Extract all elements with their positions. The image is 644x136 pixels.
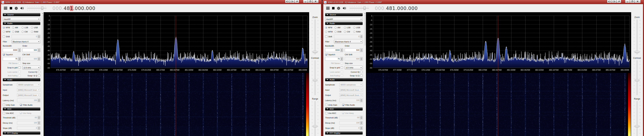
titlebar[interactable]: SDR# v1.0.0.1328 - IQ Imbalance: Gain = … — [323, 0, 643, 4]
spinner[interactable] — [360, 35, 362, 38]
source-panel-header[interactable]: Source — [325, 13, 363, 16]
spin-up-icon[interactable] — [38, 48, 40, 50]
scroll-up-icon[interactable] — [364, 13, 366, 14]
contrast-slider-thumb[interactable] — [635, 79, 639, 81]
scrollbar-thumb[interactable] — [42, 14, 43, 45]
radio-panel-header[interactable]: Radio — [325, 22, 363, 25]
spin-down-icon[interactable] — [38, 37, 40, 38]
maximize-button[interactable] — [308, 0, 312, 3]
agc-threshold-input[interactable]: -50 — [340, 116, 363, 119]
mode-radio[interactable]: NFM — [325, 27, 334, 29]
fm-stereo-checkbox[interactable]: FM Stereo — [331, 62, 343, 64]
snap-to-grid-checkbox[interactable]: Snap to grid — [330, 66, 343, 69]
spinner[interactable] — [360, 57, 362, 60]
mode-radio[interactable]: AM — [334, 27, 344, 29]
spin-up-icon[interactable] — [38, 57, 40, 59]
step-size-select[interactable]: 12.5 kHz — [345, 66, 363, 70]
volume-thumb[interactable] — [364, 7, 366, 10]
mode-radio[interactable]: CW — [22, 31, 31, 33]
stop-button[interactable] — [10, 7, 12, 10]
bandwidth-input[interactable]: 8000 — [325, 48, 343, 52]
mode-radio[interactable]: AM — [12, 27, 22, 29]
squelch-input[interactable]: 75 — [3, 57, 21, 61]
stop-button[interactable] — [332, 7, 334, 10]
agc-threshold-input[interactable]: -50 — [17, 116, 40, 119]
spinner[interactable] — [360, 48, 362, 52]
spinner[interactable] — [340, 57, 343, 60]
scroll-up-icon[interactable] — [42, 13, 43, 14]
settings-button[interactable] — [14, 7, 18, 10]
contrast-slider-thumb[interactable] — [313, 79, 317, 81]
unity-gain-checkbox[interactable]: Unity Gain — [325, 104, 337, 106]
titlebar[interactable]: SDR# v1.0.0.1328 - IQ Imbalance: Gain = … — [1, 0, 321, 4]
filter-select[interactable]: Blackman-Harris 4 — [334, 40, 363, 43]
audio-input-select[interactable]: [MME] Microsoft Soun — [17, 88, 40, 92]
spin-up-icon[interactable] — [360, 99, 362, 100]
close-button[interactable] — [634, 0, 641, 3]
audio-panel-header[interactable]: Audio — [325, 78, 363, 81]
frequency-display[interactable]: 000.481.000.000 — [52, 6, 96, 11]
mode-radio[interactable]: CW — [344, 31, 353, 33]
slider-track[interactable] — [637, 60, 638, 95]
menu-button[interactable] — [4, 7, 7, 10]
frequency-display[interactable]: 000.481.000.000 — [375, 6, 418, 11]
source-device-select[interactable]: HackRF — [325, 17, 363, 21]
snap-to-grid-checkbox[interactable]: Snap to grid — [7, 66, 21, 69]
move-to-next-monitor-button[interactable] — [290, 0, 294, 3]
spinner[interactable] — [340, 48, 343, 52]
mode-radio[interactable]: RAW — [31, 31, 40, 33]
zoom-slider[interactable] — [633, 20, 641, 54]
range-slider-thumb[interactable] — [313, 125, 317, 127]
filter-audio-checkbox[interactable]: Filter Audio — [20, 104, 32, 106]
audio-output-select[interactable]: [MME] Microsoft Soun — [340, 93, 363, 97]
spin-down-icon[interactable] — [18, 59, 20, 61]
waterfall-canvas[interactable] — [367, 73, 627, 136]
mode-radio[interactable]: DSB — [334, 31, 344, 33]
audio-output-select[interactable]: [MME] Microsoft Soun — [17, 93, 40, 97]
source-panel-header[interactable]: Source — [3, 13, 40, 16]
fft-display-panel-header[interactable]: FFT Display — [325, 131, 363, 134]
spinner[interactable] — [38, 57, 40, 60]
spin-up-icon[interactable] — [18, 57, 20, 59]
spin-up-icon[interactable] — [340, 57, 343, 59]
mode-radio[interactable]: NFM — [3, 27, 12, 29]
use-hang-checkbox[interactable]: Use Hang — [342, 112, 354, 114]
spin-up-icon[interactable] — [360, 126, 362, 128]
sidebar-scrollbar[interactable] — [41, 12, 44, 136]
samplerate-select[interactable]: 48000 sample/sec — [17, 83, 40, 87]
squelch-checkbox[interactable]: Squelch — [325, 53, 335, 56]
spinner[interactable] — [360, 116, 362, 119]
waterfall-canvas[interactable] — [44, 73, 305, 136]
radio-panel-header[interactable]: Radio — [3, 22, 40, 25]
spinner[interactable] — [38, 48, 40, 52]
spectrum-canvas[interactable] — [367, 13, 631, 72]
swap-iq-checkbox[interactable]: Swap I & Q — [350, 75, 363, 77]
agc-decay-input[interactable]: 100 — [340, 121, 363, 125]
filter-select[interactable]: Blackman-Harris 4 — [12, 40, 40, 43]
spin-down-icon[interactable] — [360, 50, 362, 52]
minimize-button[interactable] — [625, 0, 630, 3]
source-device-select[interactable]: HackRF — [3, 17, 40, 21]
spin-down-icon[interactable] — [360, 123, 362, 125]
scrollbar-thumb[interactable] — [364, 14, 366, 45]
spin-up-icon[interactable] — [38, 121, 40, 123]
mode-radio[interactable]: USB — [31, 27, 40, 29]
spin-up-icon[interactable] — [18, 48, 20, 50]
bandwidth-input[interactable]: 8000 — [3, 48, 21, 52]
step-size-select[interactable]: 12.5 kHz — [22, 66, 40, 70]
zoom-slider-thumb[interactable] — [635, 51, 639, 53]
mode-radio[interactable]: WFM — [325, 31, 334, 33]
spin-up-icon[interactable] — [38, 116, 40, 118]
shift-input[interactable]: 0 — [334, 35, 363, 38]
spin-down-icon[interactable] — [38, 59, 40, 61]
shift-input[interactable]: 0 — [12, 35, 40, 38]
zoom-slider[interactable] — [311, 20, 319, 54]
order-input[interactable]: 500 — [22, 48, 40, 52]
slider-track[interactable] — [315, 101, 316, 136]
shift-checkbox[interactable]: Shift — [3, 35, 10, 38]
close-button[interactable] — [312, 0, 319, 3]
order-input[interactable]: 500 — [345, 48, 363, 52]
range-slider[interactable] — [633, 101, 641, 136]
spinner[interactable] — [38, 35, 40, 38]
mode-radio[interactable]: USB — [353, 27, 363, 29]
